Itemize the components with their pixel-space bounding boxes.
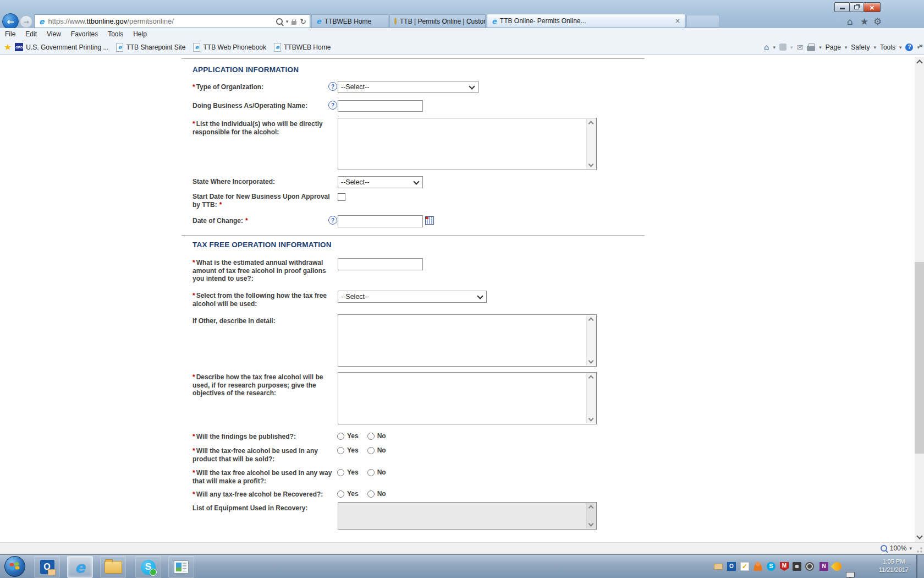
calendar-icon[interactable] [425,216,434,225]
textarea-scrollbar[interactable] [586,119,596,169]
research-use-textarea[interactable] [338,372,597,424]
search-icon[interactable] [276,18,283,25]
security-lock-icon[interactable] [292,21,296,25]
favorite-ttb-phonebook[interactable]: TTB Web Phonebook [203,43,266,51]
tray-lock-icon[interactable] [793,562,801,571]
menu-view[interactable]: View [42,30,66,38]
favorite-us-gpo[interactable]: U.S. Government Printing ... [26,43,108,51]
favorite-ttb-sharepoint[interactable]: TTB Sharepoint Site [126,43,185,51]
responsible-individuals-textarea[interactable] [338,118,597,170]
start-date-new-business-checkbox[interactable] [338,193,345,201]
taskbar-skype-button[interactable]: S [135,556,161,578]
help-icon[interactable]: ? [328,216,337,225]
taskbar-viewer-button[interactable] [168,556,194,578]
help-icon[interactable]: ? [328,101,337,110]
taskbar-ie-button[interactable]: e [67,556,93,578]
menu-edit[interactable]: Edit [20,30,42,38]
tray-mail-icon[interactable] [714,564,723,570]
tab-label: TTB Online- Permits Online... [500,17,586,25]
tray-network-icon[interactable] [846,572,855,577]
menu-tools[interactable]: Tools [103,30,128,38]
search-dropdown-icon[interactable]: ▾ [286,19,289,24]
safety-dropdown-icon[interactable]: ▾ [873,45,876,50]
tab-ttbweb-home[interactable]: e TTBWEB Home [311,14,388,28]
state-incorporated-select[interactable]: --Select-- [338,176,423,188]
favorite-ttbweb-home[interactable]: TTBWEB Home [284,43,331,51]
overflow-chevron-icon[interactable]: » [919,42,923,50]
textarea-scrollbar[interactable] [586,315,596,366]
how-alcohol-used-select[interactable]: --Select-- [338,291,487,303]
help-icon[interactable]: ? [328,82,337,91]
scroll-up-icon[interactable] [916,59,922,66]
home-icon[interactable]: ⌂ [764,42,769,52]
tray-presence-icon[interactable] [754,562,762,571]
tools-menu[interactable]: Tools [880,43,895,51]
minimize-button[interactable] [834,2,850,12]
tab-close-icon[interactable]: × [670,17,680,25]
gear-icon[interactable]: ⚙ [873,16,882,27]
make-profit-yes-radio[interactable] [337,469,344,476]
textarea-scrollbar[interactable] [586,373,596,423]
taskbar-explorer-button[interactable] [100,556,126,578]
product-sold-no-radio[interactable] [367,447,375,454]
tab-ttb-online-permits-active[interactable]: e TTB Online- Permits Online... × [487,14,685,28]
alcohol-recovered-no-radio[interactable] [367,490,375,498]
rss-feed-icon[interactable] [779,43,787,51]
tray-outlook-icon[interactable]: O [727,562,736,571]
make-profit-no-radio[interactable] [367,469,375,476]
address-bar[interactable]: e https://www.ttbonline.gov/permitsonlin… [34,14,310,28]
findings-published-yes-radio[interactable] [337,433,344,440]
ie-doc-icon: e [193,43,200,52]
taskbar-clock[interactable]: 1:05 PM 11/21/2017 [879,558,909,574]
tray-nuance-icon[interactable]: N [820,562,828,571]
back-button[interactable]: ← [2,13,19,30]
restore-button[interactable] [849,2,864,12]
alcohol-recovered-label: *Will any tax-free alcohol be Recovered?… [193,490,334,499]
back-icon: ← [7,17,14,27]
date-of-change-input[interactable] [338,215,423,227]
zoom-control[interactable]: 100% ▾ [881,544,912,552]
taskbar-outlook-button[interactable]: O [34,556,60,578]
scrollbar-thumb[interactable] [915,262,924,454]
annual-withdrawal-input[interactable] [338,258,423,270]
findings-published-no-radio[interactable] [367,433,375,440]
close-button[interactable]: × [864,2,881,12]
home-icon[interactable]: ⌂ [847,16,853,27]
restore-icon [854,5,859,9]
menu-favorites[interactable]: Favorites [66,30,103,38]
dba-name-input[interactable] [338,100,423,112]
print-icon[interactable] [807,46,815,51]
help-icon[interactable]: ? [905,43,913,51]
refresh-icon[interactable]: ↻ [300,17,306,26]
chevron-down-icon [477,293,483,299]
home-dropdown-icon[interactable]: ▾ [773,45,776,50]
type-of-organization-select[interactable]: --Select-- [338,81,479,93]
start-button[interactable] [4,556,25,577]
scroll-down-icon[interactable] [916,533,922,539]
show-desktop-button[interactable] [916,555,924,578]
tray-tasks-check-icon[interactable]: ✓ [740,562,749,571]
tray-flame-icon[interactable] [831,560,844,573]
print-dropdown-icon[interactable]: ▾ [819,45,822,50]
zoom-dropdown-icon[interactable]: ▾ [909,546,912,551]
menu-file[interactable]: File [0,30,20,38]
page-menu[interactable]: Page [826,43,841,51]
tray-skype-icon[interactable]: S [767,562,776,571]
alcohol-recovered-yes-radio[interactable] [337,490,344,498]
add-favorite-star-icon[interactable]: ★ [4,42,12,52]
tray-mcafee-icon[interactable]: M [780,562,789,571]
tab-ttb-permits-online[interactable]: TTB | Permits Online | Custom... [389,14,486,28]
favorites-star-icon[interactable]: ★ [860,16,868,27]
if-other-textarea[interactable] [338,314,597,367]
read-mail-icon[interactable]: ✉ [797,43,804,52]
vertical-scrollbar[interactable] [915,57,924,542]
product-sold-yes-radio[interactable] [337,447,344,454]
new-tab-button[interactable] [686,15,719,28]
tray-circle-app-icon[interactable] [805,562,814,571]
chevron-down-icon [413,178,419,184]
forward-button[interactable]: → [20,15,32,28]
safety-menu[interactable]: Safety [851,43,870,51]
page-dropdown-icon[interactable]: ▾ [845,45,848,50]
tools-dropdown-icon[interactable]: ▾ [899,45,902,50]
menu-help[interactable]: Help [128,30,152,38]
